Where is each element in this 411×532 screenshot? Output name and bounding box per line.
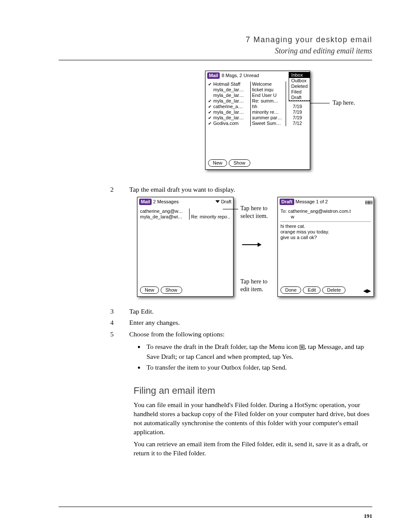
filing-p1: You can file email in your handheld's Fi…: [134, 401, 372, 437]
folder-option-deleted[interactable]: Deleted: [289, 84, 310, 89]
delete-button[interactable]: Delete: [322, 286, 346, 294]
section-title: Storing and editing email items: [59, 46, 372, 56]
folder-option-inbox[interactable]: Inbox: [289, 72, 310, 78]
callout-select-item: Tap here to select item.: [240, 205, 271, 221]
edit-button[interactable]: Edit: [303, 286, 321, 294]
prev-next-arrows[interactable]: ◀▶: [363, 288, 371, 294]
menu-icon: [299, 343, 305, 352]
scroll-icon[interactable]: ▤▤: [365, 199, 372, 205]
bullet-resave: To resave the draft in the Draft folder,…: [145, 342, 372, 361]
screenshot-inbox: Mail 8 Msgs, 2 Unread Inbox Outbox Delet…: [205, 71, 310, 170]
mail-badge: Mail: [207, 72, 220, 79]
callout-tap-here: Tap here.: [333, 99, 355, 107]
screenshot-draft-view: Draft Message 1 of 2 ▤▤ To: catherine_an…: [277, 197, 374, 297]
chapter-title: 7 Managing your desktop email: [59, 34, 372, 45]
draft-row[interactable]: myla_de_lara@wi…Re: minority repo…: [140, 214, 230, 220]
mail-status: 8 Msgs, 2 Unread: [221, 73, 259, 78]
step-text-5: Choose from the following options:: [129, 330, 224, 339]
screenshot-draft-list: Mail 2 Messages Draft catherine_ang@w…my…: [137, 197, 234, 297]
folder-option-filed[interactable]: Filed: [289, 89, 310, 95]
step-number-3: 3: [110, 307, 129, 316]
leader-line: [310, 103, 330, 103]
message-row[interactable]: myla_de_lar…summer par…7/19: [208, 115, 308, 121]
draft-status: 2 Messages: [153, 199, 178, 204]
done-button[interactable]: Done: [280, 286, 301, 294]
heading-filing: Filing an email item: [134, 384, 372, 397]
rule-top: [59, 60, 372, 60]
new-button[interactable]: New: [208, 159, 227, 167]
draft-row[interactable]: catherine_ang@w…: [140, 208, 230, 214]
body-line: orange miss you today.: [280, 229, 371, 235]
body-line: give us a call ok?: [280, 235, 371, 240]
body-line: hi there cat.: [280, 224, 371, 229]
to-label: To:: [280, 208, 287, 214]
callout-edit-item: Tap here to edit item.: [240, 278, 271, 294]
step-text-4: Enter any changes.: [129, 318, 180, 327]
folder-dropdown[interactable]: Inbox Outbox Deleted Filed Draft: [289, 72, 310, 101]
folder-selector[interactable]: Draft: [215, 199, 231, 205]
to-value-cont: w: [280, 214, 371, 220]
step-text-2: Tap the email draft you want to display.: [129, 185, 235, 194]
arrow-icon: [242, 244, 261, 245]
bullet-send: To transfer the item to your Outbox fold…: [145, 363, 372, 372]
message-row[interactable]: catherine_a…hh7/19: [208, 104, 308, 109]
rule-bottom: [59, 507, 372, 507]
step-number-2: 2: [110, 185, 129, 194]
new-button[interactable]: New: [140, 286, 159, 294]
leader-line: [223, 209, 238, 209]
draft-msg-count: Message 1 of 2: [296, 199, 328, 204]
mail-badge: Mail: [139, 199, 152, 205]
message-row[interactable]: Godiva.comSweet Sum…7/12: [208, 121, 308, 126]
step-text-3: Tap Edit.: [129, 307, 154, 316]
show-button[interactable]: Show: [229, 159, 250, 167]
page-number: 191: [364, 512, 373, 520]
folder-option-outbox[interactable]: Outbox: [289, 78, 310, 84]
folder-option-draft[interactable]: Draft: [289, 95, 310, 101]
step-number-4: 4: [110, 318, 129, 327]
message-row[interactable]: myla_de_lar…minority re…7/19: [208, 109, 308, 115]
filing-p2: You can retrieve an email item from the …: [134, 440, 372, 458]
show-button[interactable]: Show: [161, 286, 182, 294]
step-number-5: 5: [110, 330, 129, 339]
to-value: catherine_ang@wistron.com.t: [288, 208, 351, 214]
draft-badge: Draft: [280, 199, 294, 205]
